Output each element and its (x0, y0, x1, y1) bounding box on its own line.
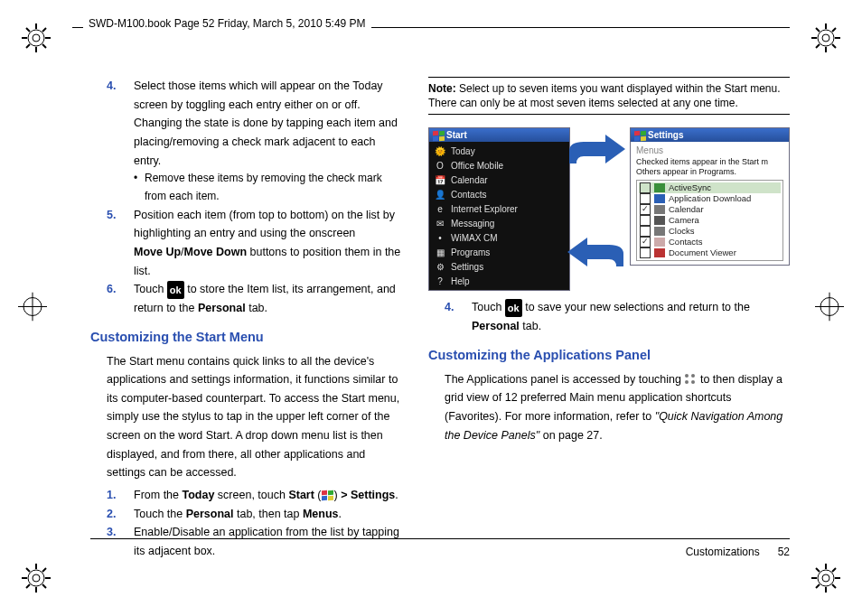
svg-line-37 (832, 584, 836, 588)
figure-menu-item: •WiMAX CM (429, 230, 569, 245)
figure-menu-label: Programs (451, 247, 490, 257)
crop-gear-icon (18, 20, 54, 56)
step-text: Touch ok to save your new selections and… (472, 301, 750, 332)
figure-menu-body: 🌞TodayOOffice Mobile📅Calendar👤ContactseI… (429, 142, 569, 290)
svg-point-30 (818, 570, 834, 586)
svg-line-9 (26, 44, 30, 48)
figure-checkbox (640, 247, 651, 258)
figure-menu-item: 📅Calendar (429, 173, 569, 187)
step-number: 4. (445, 298, 454, 317)
figure-app-icon (654, 227, 665, 236)
note-rule (428, 77, 790, 78)
figure-menu-item: 🌞Today (429, 144, 569, 158)
svg-line-18 (832, 28, 836, 32)
applications-panel-paragraph: The Applications panel is accessed by to… (428, 370, 790, 445)
windows-flag-icon (634, 131, 644, 140)
heading-customizing-start-menu: Customizing the Start Menu (90, 327, 403, 349)
crop-gear-icon (808, 20, 844, 56)
figure-app-label: Clocks (669, 227, 695, 236)
svg-point-11 (822, 34, 829, 42)
svg-line-8 (42, 28, 46, 32)
figure-checkbox (640, 215, 651, 226)
figure-app-icon (654, 194, 665, 203)
svg-line-17 (832, 44, 836, 48)
figure-app-list: ActiveSyncApplication Download✓CalendarC… (636, 180, 783, 261)
figure-menu-icon: 📅 (434, 173, 446, 186)
svg-point-46 (685, 374, 689, 378)
footer-page: 52 (763, 546, 790, 558)
step-text: Position each item (from top to bottom) … (134, 209, 400, 277)
step-text: Touch ok to store the Item list, its arr… (134, 283, 396, 314)
figure-title: Settings (648, 130, 683, 140)
windows-flag-icon (322, 490, 334, 501)
figure-menu-item: ▦Programs (429, 245, 569, 259)
svg-line-39 (816, 584, 820, 588)
windows-flag-icon (433, 131, 443, 140)
right-step-4: 4. Touch ok to save your new selections … (428, 298, 790, 335)
step-4: 4. Select those items which will appear … (90, 77, 403, 170)
step-text: Enable/Disable an application from the l… (134, 526, 399, 557)
ok-icon: ok (505, 299, 522, 317)
step-5: 5. Position each item (from top to botto… (90, 206, 403, 281)
figure-titlebar: Start (429, 128, 569, 142)
note-block: Note: Select up to seven items you want … (428, 81, 790, 110)
svg-point-47 (691, 374, 695, 378)
figure-menu-label: Settings (451, 262, 483, 272)
figure-menu-icon: ? (434, 275, 446, 287)
figure-app-icon (654, 238, 665, 247)
figure-settings-row: Clocks (639, 226, 781, 237)
svg-line-28 (42, 568, 46, 572)
svg-point-48 (685, 380, 689, 384)
panel-grid-icon (684, 373, 697, 386)
figure-menu-label: Calendar (451, 175, 488, 185)
crop-gear-icon (18, 560, 54, 596)
figure-menu-item: eInternet Explorer (429, 201, 569, 216)
figure-menu-item: OOffice Mobile (429, 158, 569, 173)
svg-point-21 (33, 574, 40, 582)
figure-checkbox: ✓ (640, 204, 651, 215)
step-text: From the Today screen, touch Start () > … (134, 489, 398, 501)
figure-title: Start (446, 130, 467, 140)
figure-menu-icon: e (434, 202, 446, 215)
book-header-rule: SWD-M100.book Page 52 Friday, March 5, 2… (72, 27, 790, 32)
crop-cross-icon (815, 293, 844, 324)
figure-menu-icon: O (434, 159, 446, 172)
figure-settings-row: Application Download (639, 193, 781, 204)
note-rule (428, 114, 790, 115)
footer: Customizations 52 (686, 546, 790, 558)
step-number: 6. (107, 280, 116, 299)
svg-line-19 (816, 44, 820, 48)
figure-app-label: Contacts (669, 238, 703, 247)
book-header-text: SWD-M100.book Page 52 Friday, March 5, 2… (83, 15, 371, 32)
step-number: 5. (107, 206, 116, 225)
step-number: 4. (107, 77, 116, 96)
right-column: Note: Select up to seven items you want … (428, 77, 790, 544)
figure-subtitle: Menus (636, 145, 783, 155)
step-text: Touch the Personal tab, then tap Menus. (134, 508, 342, 520)
figure-app-label: Camera (669, 216, 699, 225)
figure-checkbox (640, 226, 651, 237)
crop-cross-icon (18, 293, 47, 324)
figure-menu-item: ✉Messaging (429, 216, 569, 230)
figure-menu-icon: ⚙ (434, 260, 446, 273)
figure-menu-item: ⚙Settings (429, 259, 569, 274)
figure-settings-row: Document Viewer (639, 247, 781, 258)
svg-line-27 (42, 584, 46, 588)
figure-settings-row: ActiveSync (639, 182, 781, 193)
sm-step-3: 3. Enable/Disable an application from th… (90, 523, 403, 560)
figure-body: Menus Checked items appear in the Start … (631, 142, 789, 265)
figure-menu-label: Contacts (451, 190, 486, 200)
crop-gear-icon (808, 560, 844, 596)
figure-app-icon (654, 216, 665, 225)
figure-settings-row: Camera (639, 215, 781, 226)
svg-line-38 (832, 568, 836, 572)
figure-settings-window: Settings Menus Checked items appear in t… (630, 127, 790, 266)
figure-menu-label: Help (451, 276, 470, 286)
figure-menu-icon: • (434, 231, 446, 244)
figure-settings-row: ✓Calendar (639, 204, 781, 215)
figure-app-label: Calendar (669, 205, 704, 214)
svg-point-10 (818, 30, 834, 46)
figure-app-label: Document Viewer (669, 248, 736, 257)
svg-line-6 (26, 28, 30, 32)
step-text: Select those items which will appear on … (134, 79, 398, 167)
